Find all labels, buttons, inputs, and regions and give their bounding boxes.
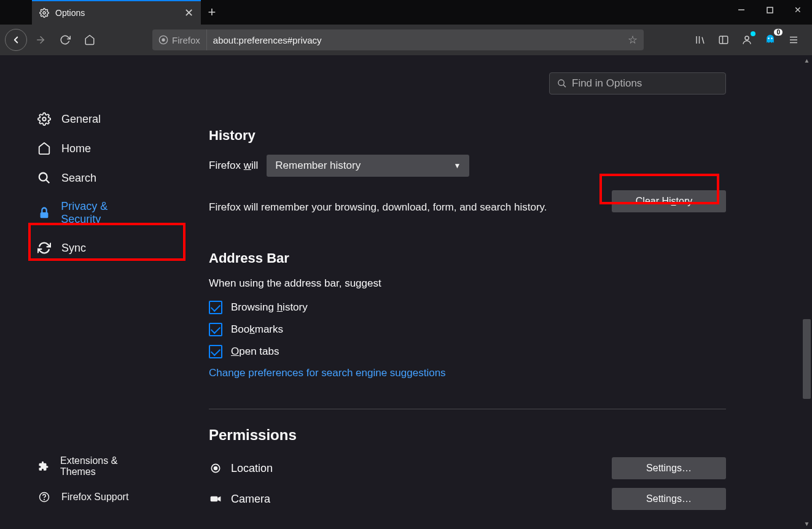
addressbar-section: Address Bar When using the address bar, … — [209, 250, 726, 379]
checkbox-label: Open tabs — [231, 346, 279, 358]
library-icon[interactable] — [689, 29, 711, 51]
clear-history-button[interactable]: Clear History… — [612, 190, 726, 212]
sidebar-footer: Extensions & Themes Firefox Support — [0, 449, 184, 529]
checkbox-bookmarks[interactable]: Bookmarks — [209, 323, 726, 336]
addressbar-subheading: When using the address bar, suggest — [209, 277, 726, 290]
permission-label: Camera — [231, 493, 270, 506]
svg-rect-2 — [767, 7, 773, 13]
url-input[interactable] — [207, 29, 622, 50]
permission-row-location: Location Settings… — [209, 457, 726, 479]
permission-label: Location — [231, 462, 273, 475]
svg-line-8 — [702, 37, 704, 44]
ghostery-icon[interactable]: 0 — [759, 29, 781, 51]
scroll-thumb[interactable] — [803, 319, 811, 399]
home-button[interactable] — [79, 29, 101, 51]
new-tab-button[interactable]: + — [201, 0, 223, 25]
gear-icon — [39, 8, 49, 18]
identity-box[interactable]: Firefox — [152, 29, 207, 50]
svg-point-5 — [162, 38, 165, 41]
svg-point-22 — [44, 499, 45, 500]
notification-dot — [751, 31, 755, 36]
back-button[interactable] — [5, 29, 27, 51]
checkbox-browsing-history[interactable]: Browsing history — [209, 301, 726, 314]
svg-point-17 — [42, 117, 46, 121]
svg-rect-9 — [719, 36, 728, 44]
sidebar-item-label: Sync — [61, 242, 86, 255]
location-settings-button[interactable]: Settings… — [612, 457, 726, 479]
close-window-button[interactable]: ✕ — [784, 0, 812, 20]
svg-point-12 — [768, 37, 770, 39]
preferences-main: General Home Search Privacy & Security S… — [0, 55, 812, 529]
sync-icon — [37, 241, 52, 255]
puzzle-icon — [37, 459, 50, 474]
ghostery-badge: 0 — [774, 29, 783, 36]
svg-line-24 — [563, 85, 566, 87]
history-heading: History — [209, 128, 726, 144]
svg-point-18 — [39, 173, 47, 181]
home-icon — [37, 141, 52, 156]
svg-rect-20 — [40, 212, 48, 218]
history-description: Firefox will remember your browsing, dow… — [209, 201, 547, 214]
sidebar-toggle-icon[interactable] — [712, 29, 735, 51]
svg-point-11 — [745, 36, 749, 40]
minimize-button[interactable] — [727, 0, 755, 20]
svg-rect-27 — [211, 496, 218, 501]
history-mode-select[interactable]: Remember history ▼ — [267, 155, 469, 177]
sidebar-item-label: Firefox Support — [61, 492, 128, 503]
select-value: Remember history — [275, 160, 361, 172]
sidebar-item-label: General — [61, 113, 101, 126]
identity-label: Firefox — [172, 35, 200, 45]
sidebar-item-label: Extensions & Themes — [60, 455, 147, 477]
firefox-icon — [158, 35, 168, 45]
titlebar: Options ✕ + ✕ — [0, 0, 812, 25]
sidebar-item-general[interactable]: General — [0, 104, 184, 134]
checkbox-icon — [209, 301, 222, 314]
sidebar-item-sync[interactable]: Sync — [0, 233, 184, 263]
checkbox-label: Bookmarks — [231, 323, 283, 336]
search-icon — [37, 171, 52, 185]
svg-point-13 — [771, 37, 773, 39]
tab-options[interactable]: Options ✕ — [32, 0, 201, 25]
sidebar-item-privacy[interactable]: Privacy & Security — [0, 193, 184, 233]
urlbar-container: Firefox ☆ — [152, 29, 644, 50]
help-icon — [37, 490, 52, 504]
search-suggestions-link[interactable]: Change preferences for search engine sug… — [209, 367, 726, 379]
tab-close-button[interactable]: ✕ — [184, 6, 193, 20]
lock-icon — [37, 206, 51, 220]
sidebar-item-support[interactable]: Firefox Support — [0, 484, 184, 511]
reload-button[interactable] — [54, 29, 76, 51]
vertical-scrollbar[interactable]: ▲ ▼ — [802, 55, 812, 529]
account-icon[interactable] — [736, 29, 758, 51]
search-icon — [557, 79, 567, 88]
permissions-section: Permissions Location Settings… Camera Se… — [209, 427, 726, 510]
sidebar-item-label: Home — [61, 142, 91, 155]
bookmark-star-icon[interactable]: ☆ — [622, 33, 644, 47]
forward-button[interactable] — [29, 29, 52, 51]
navbar-right-icons: 0 — [689, 29, 807, 51]
svg-point-26 — [214, 467, 217, 470]
menu-button[interactable] — [783, 29, 805, 51]
sidebar-item-search[interactable]: Search — [0, 163, 184, 193]
camera-icon — [209, 492, 222, 506]
section-separator — [209, 409, 726, 409]
search-placeholder: Find in Options — [572, 77, 642, 90]
history-mode-row: Firefox will Remember history ▼ — [209, 155, 726, 177]
addressbar-heading: Address Bar — [209, 250, 726, 266]
maximize-button[interactable] — [755, 0, 784, 20]
scroll-down-icon[interactable]: ▼ — [802, 519, 812, 529]
checkbox-open-tabs[interactable]: Open tabs — [209, 345, 726, 358]
camera-settings-button[interactable]: Settings… — [612, 488, 726, 510]
history-section: History Firefox will Remember history ▼ … — [209, 128, 726, 214]
sidebar-item-home[interactable]: Home — [0, 134, 184, 163]
sidebar-item-label: Search — [61, 172, 96, 185]
chevron-down-icon: ▼ — [453, 161, 461, 170]
preferences-content: Find in Options History Firefox will Rem… — [184, 55, 812, 529]
navbar: Firefox ☆ 0 — [0, 25, 812, 55]
search-options-box[interactable]: Find in Options — [549, 72, 726, 95]
preferences-sidebar: General Home Search Privacy & Security S… — [0, 55, 184, 529]
scroll-up-icon[interactable]: ▲ — [802, 55, 812, 66]
tab-title: Options — [55, 8, 85, 18]
svg-marker-28 — [217, 496, 221, 501]
permissions-heading: Permissions — [209, 427, 726, 444]
sidebar-item-extensions[interactable]: Extensions & Themes — [0, 449, 184, 484]
